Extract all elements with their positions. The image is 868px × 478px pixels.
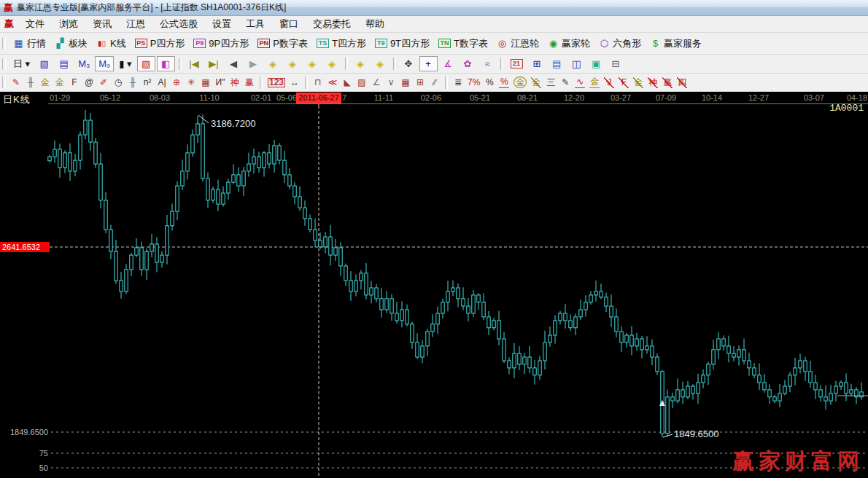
gold-angle-button[interactable]: 金 [631, 75, 646, 90]
info-note-button[interactable]: ▤ [55, 56, 73, 71]
wave-brain-button[interactable]: ≈ [478, 56, 497, 71]
comb-2-button[interactable]: ╫ [125, 75, 140, 90]
hexagon-button[interactable]: ⬡六角形 [595, 35, 645, 52]
ladder-list-button[interactable]: ≣ [451, 75, 465, 90]
brush-button[interactable]: ✐ [96, 75, 111, 90]
k-notation-button[interactable]: И″ [213, 75, 228, 90]
save-disk-button[interactable]: ◫ [567, 56, 586, 71]
calculator-button[interactable]: ⊞ [528, 56, 546, 71]
ying-tool-button[interactable]: 赢 [242, 75, 257, 90]
percent-line-button[interactable]: % [497, 74, 511, 90]
a-channel-button[interactable]: A| [155, 75, 169, 90]
wave-9-button[interactable]: M₉ [95, 56, 114, 71]
p-square-button[interactable]: PSP四方形 [131, 35, 189, 52]
n-squared-button[interactable]: n² [140, 75, 155, 90]
zoom-diamond-shrink-button[interactable]: ◈ [323, 56, 341, 71]
volume-histogram-button[interactable]: ◧ [157, 56, 175, 71]
wave-3-button[interactable]: M₃ [74, 56, 93, 71]
time-clock-button[interactable]: ◷ [111, 75, 125, 90]
menu-item-trade-entrust[interactable]: 交易委托 [306, 16, 358, 32]
my-computer-button[interactable]: ⊟ [607, 56, 625, 71]
menu-item-tools[interactable]: 工具 [239, 16, 272, 32]
go-first-button[interactable]: |◀ [185, 56, 204, 71]
kline-button[interactable]: ▮▯K线 [93, 35, 130, 52]
period-day-dropdown-button[interactable]: 日 ▾ [9, 56, 34, 71]
t-square-button[interactable]: TST四方形 [313, 35, 370, 52]
quotes-button[interactable]: ▦行情 [9, 35, 50, 52]
chart-pattern-button[interactable]: ▧ [35, 56, 53, 71]
toolbar-grip[interactable] [2, 38, 6, 50]
menu-item-window[interactable]: 窗口 [272, 16, 306, 32]
candle-style-dropdown-button[interactable]: ▮ ▾ [115, 56, 135, 71]
shen-tool-button[interactable]: 神 [228, 75, 242, 90]
9p-square-button[interactable]: P99P四方形 [190, 35, 252, 52]
winner-service-button[interactable]: $赢家服务 [646, 35, 705, 52]
p-number-table-button[interactable]: PNP数字表 [254, 35, 311, 52]
gold-slash-button[interactable]: 金 [529, 75, 543, 90]
toolbar-grip[interactable] [2, 77, 6, 88]
grid-box-button[interactable]: ▦ [398, 75, 413, 90]
percent-7-button[interactable]: 7% [465, 75, 482, 90]
menu-item-help[interactable]: 帮助 [358, 16, 392, 32]
four-angle-button[interactable]: 四 [675, 75, 689, 90]
zoom-diamond-left-button[interactable]: ◈ [264, 56, 282, 71]
j-angle-button[interactable]: J [602, 75, 616, 90]
f-grid-button[interactable]: F [67, 75, 82, 90]
gann-wheel-button[interactable]: ◎江恩轮 [493, 35, 543, 52]
gann-compass-button[interactable]: ⊕ [169, 75, 184, 90]
span-arrows-button[interactable]: ↔ [287, 75, 302, 90]
toolbar-grip[interactable] [2, 58, 6, 70]
t-number-table-button[interactable]: TNT数字表 [435, 35, 492, 52]
menu-item-file[interactable]: 文件 [18, 16, 52, 32]
gold-line-button[interactable]: 金 [587, 74, 602, 90]
menu-item-browse[interactable]: 浏览 [52, 16, 85, 32]
fan-box-button[interactable]: ◣ [340, 75, 354, 90]
shaded-box-button[interactable]: ▨ [354, 75, 369, 90]
three-line-button[interactable]: 三 [543, 75, 558, 90]
grid-comb-button[interactable]: ╫ [23, 75, 38, 90]
gann-flower-button[interactable]: ✿ [459, 56, 477, 71]
ying-angle-button[interactable]: 赢 [660, 75, 675, 90]
9t-square-button[interactable]: T99T四方形 [371, 35, 433, 52]
angle-measure-button[interactable]: ∡ [439, 56, 457, 71]
compress-right-button[interactable]: ◈ [371, 56, 390, 71]
gold-grid-2-button[interactable]: 金 [53, 75, 67, 90]
report-sheet-button[interactable]: ▤ [548, 56, 566, 71]
gold-circle-button[interactable]: 金 [511, 74, 529, 90]
square-target-button[interactable]: ▦ [198, 75, 213, 90]
gold-grid-1-button[interactable]: 金 [38, 75, 53, 90]
network-windows-button[interactable]: ▣ [587, 56, 605, 71]
angle-rays-button[interactable]: ∠ [369, 75, 384, 90]
percent-button[interactable]: % [482, 75, 497, 90]
ray-fan-button[interactable]: ≪ [325, 75, 340, 90]
toggle-pen-button[interactable]: ✎ [558, 75, 573, 90]
menu-item-gann[interactable]: 江恩 [119, 16, 152, 32]
pan-hand-button[interactable]: ✥ [400, 56, 418, 71]
gann-shape-button[interactable]: ▧ [137, 56, 155, 71]
crosshair-tool-button[interactable]: + [419, 56, 438, 71]
wave-channel-button[interactable]: ∿ [573, 74, 587, 90]
shen-angle-button[interactable]: 神 [646, 75, 660, 90]
child-window-logo-icon[interactable]: 赢 [3, 17, 18, 31]
compress-left-button[interactable]: ◈ [352, 56, 370, 71]
calendar-21-button[interactable]: 21 [507, 57, 527, 71]
star-burst-button[interactable]: ✳ [184, 75, 198, 90]
ruler-123-button[interactable]: 123 [266, 76, 287, 90]
zoom-diamond-expand-button[interactable]: ◈ [303, 56, 322, 71]
next-bar-button[interactable]: ▶ [244, 56, 263, 71]
zoom-diamond-right-button[interactable]: ◈ [284, 56, 302, 71]
go-last-button[interactable]: ▶| [205, 56, 223, 71]
menu-item-settings[interactable]: 设置 [205, 16, 239, 32]
hatch-lines-button[interactable]: ∕∕ [427, 75, 442, 90]
f-angle-button[interactable]: F [616, 75, 631, 90]
menu-item-news[interactable]: 资讯 [85, 16, 119, 32]
menu-item-formula-stock-pick[interactable]: 公式选股 [152, 16, 205, 32]
winner-wheel-button[interactable]: ◉赢家轮 [544, 35, 594, 52]
candlestick-chart[interactable] [0, 106, 868, 478]
prev-bar-button[interactable]: ◀ [225, 56, 243, 71]
frame-tool-button[interactable]: ⊓ [311, 75, 325, 90]
pen-button[interactable]: ✎ [9, 75, 23, 90]
zigzag-button[interactable]: ∨ [384, 75, 398, 90]
grid-box-arrow-button[interactable]: ⊞ [413, 75, 427, 90]
sectors-button[interactable]: ▞板块 [51, 35, 91, 52]
